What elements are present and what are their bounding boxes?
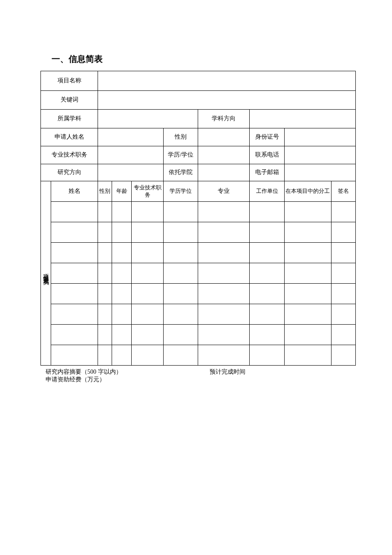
table-cell[interactable] [98, 345, 112, 366]
info-table: 项目名称 关键词 所属学科 学科方向 申请人姓名 性别 身份证号 专业技术职务 … [40, 71, 356, 366]
value-subject-direction[interactable] [250, 110, 356, 128]
value-host-college[interactable] [198, 164, 250, 181]
table-cell[interactable] [51, 345, 98, 366]
table-cell[interactable] [198, 263, 250, 284]
value-gender[interactable] [198, 128, 250, 146]
table-cell[interactable] [198, 304, 250, 325]
table-cell[interactable] [98, 222, 112, 243]
value-applicant-name[interactable] [98, 128, 164, 146]
col-major: 专业 [198, 181, 250, 202]
value-subject[interactable] [98, 110, 198, 128]
table-cell[interactable] [250, 345, 284, 366]
value-project-name[interactable] [98, 71, 356, 91]
table-cell[interactable] [98, 263, 112, 284]
table-cell[interactable] [132, 222, 164, 243]
table-cell[interactable] [331, 325, 355, 345]
table-cell[interactable] [98, 304, 112, 325]
table-cell[interactable] [331, 202, 355, 222]
table-cell[interactable] [250, 222, 284, 243]
table-cell[interactable] [164, 222, 198, 243]
table-cell[interactable] [198, 222, 250, 243]
table-cell[interactable] [98, 243, 112, 263]
table-cell[interactable] [250, 284, 284, 304]
table-cell[interactable] [198, 284, 250, 304]
table-cell[interactable] [250, 202, 284, 222]
table-cell[interactable] [51, 243, 98, 263]
table-cell[interactable] [331, 345, 355, 366]
table-cell[interactable] [284, 345, 331, 366]
table-cell[interactable] [132, 202, 164, 222]
table-cell[interactable] [112, 304, 132, 325]
table-cell[interactable] [51, 222, 98, 243]
table-cell[interactable] [284, 263, 331, 284]
label-team-members: 项目组主要成员 [41, 181, 51, 366]
table-cell[interactable] [132, 263, 164, 284]
col-title: 专业技术职务 [132, 181, 164, 202]
table-cell[interactable] [284, 202, 331, 222]
label-keywords: 关键词 [41, 91, 98, 110]
table-cell[interactable] [112, 202, 132, 222]
table-cell[interactable] [112, 345, 132, 366]
table-cell[interactable] [112, 325, 132, 345]
value-phone[interactable] [284, 146, 355, 164]
table-cell[interactable] [198, 345, 250, 366]
table-cell[interactable] [132, 345, 164, 366]
table-cell[interactable] [284, 325, 331, 345]
table-cell[interactable] [112, 263, 132, 284]
table-cell[interactable] [98, 325, 112, 345]
table-cell[interactable] [112, 222, 132, 243]
table-cell[interactable] [51, 325, 98, 345]
value-research-direction[interactable] [98, 164, 164, 181]
col-role: 在本项目中的分工 [284, 181, 331, 202]
table-cell[interactable] [112, 284, 132, 304]
table-cell[interactable] [284, 284, 331, 304]
table-cell[interactable] [51, 202, 98, 222]
col-unit: 工作单位 [250, 181, 284, 202]
table-cell[interactable] [198, 243, 250, 263]
table-cell[interactable] [198, 202, 250, 222]
value-professional-title[interactable] [98, 146, 164, 164]
table-cell[interactable] [250, 304, 284, 325]
table-cell[interactable] [51, 263, 98, 284]
table-cell[interactable] [250, 263, 284, 284]
label-email: 电子邮箱 [250, 164, 284, 181]
table-cell[interactable] [331, 304, 355, 325]
table-cell[interactable] [284, 243, 331, 263]
table-cell[interactable] [331, 243, 355, 263]
table-cell[interactable] [51, 304, 98, 325]
label-phone: 联系电话 [250, 146, 284, 164]
table-cell[interactable] [164, 284, 198, 304]
label-project-name: 项目名称 [41, 71, 98, 91]
table-cell[interactable] [51, 284, 98, 304]
table-cell[interactable] [164, 325, 198, 345]
table-cell[interactable] [284, 222, 331, 243]
table-cell[interactable] [98, 202, 112, 222]
table-cell[interactable] [331, 263, 355, 284]
table-cell[interactable] [250, 243, 284, 263]
table-cell[interactable] [132, 304, 164, 325]
table-cell[interactable] [164, 202, 198, 222]
table-cell[interactable] [132, 243, 164, 263]
table-cell[interactable] [198, 325, 250, 345]
table-cell[interactable] [132, 284, 164, 304]
value-id-number[interactable] [284, 128, 355, 146]
table-cell[interactable] [331, 284, 355, 304]
table-cell[interactable] [164, 304, 198, 325]
table-cell[interactable] [250, 325, 284, 345]
value-keywords[interactable] [98, 91, 356, 110]
table-cell[interactable] [112, 243, 132, 263]
table-cell[interactable] [164, 263, 198, 284]
label-funding: 申请资助经费（万元） [46, 376, 356, 384]
label-research-direction: 研究方向 [41, 164, 98, 181]
table-cell[interactable] [98, 284, 112, 304]
table-cell[interactable] [284, 304, 331, 325]
value-email[interactable] [284, 164, 355, 181]
table-cell[interactable] [132, 325, 164, 345]
table-cell[interactable] [164, 243, 198, 263]
page: 一、信息简表 项目名称 关键词 所属学科 学科方向 [0, 0, 392, 384]
col-gender: 性别 [98, 181, 112, 202]
label-host-college: 依托学院 [164, 164, 198, 181]
table-cell[interactable] [164, 345, 198, 366]
value-education-degree[interactable] [198, 146, 250, 164]
table-cell[interactable] [331, 222, 355, 243]
